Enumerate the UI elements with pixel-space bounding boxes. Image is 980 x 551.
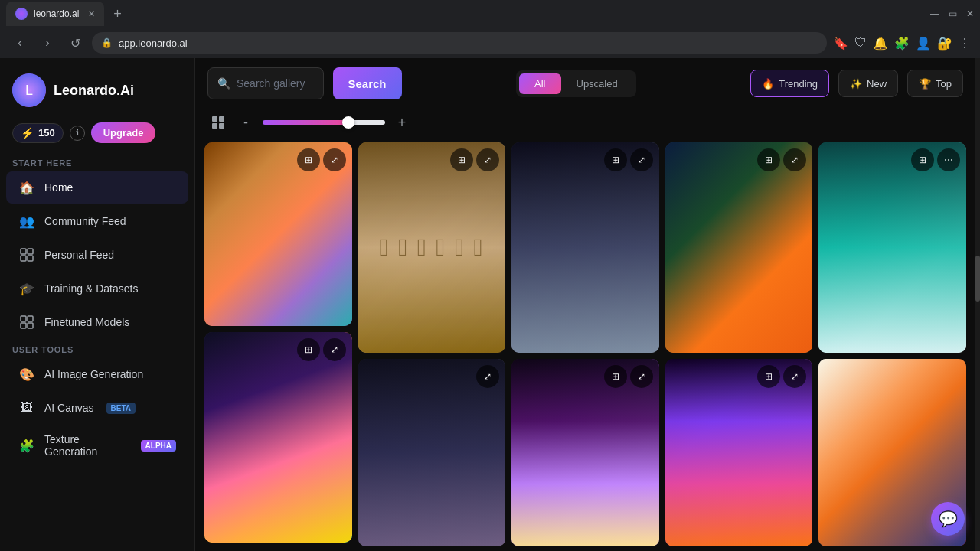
new-button[interactable]: ✨ New xyxy=(838,70,898,97)
reload-button[interactable]: ↺ xyxy=(64,32,86,54)
expand-button[interactable]: ⤢ xyxy=(476,365,499,388)
scrollbar-thumb[interactable] xyxy=(975,256,980,302)
close-window-button[interactable]: ✕ xyxy=(966,8,974,19)
back-button[interactable]: ‹ xyxy=(9,32,31,54)
sidebar: L Leonardo.Ai ⚡ 150 ℹ Upgrade Start Here… xyxy=(0,58,195,551)
remix-button[interactable]: ⊞ xyxy=(297,338,320,361)
svg-rect-13 xyxy=(219,123,224,129)
sidebar-item-label: Personal Feed xyxy=(44,249,114,261)
trending-button[interactable]: 🔥 Trending xyxy=(750,70,829,97)
scrollbar[interactable] xyxy=(975,58,980,551)
tab-favicon xyxy=(15,8,28,20)
expand-button[interactable]: ⤢ xyxy=(323,338,346,361)
extensions-icon[interactable]: 🧩 xyxy=(894,36,910,51)
filter-tab-all[interactable]: All xyxy=(519,73,560,94)
home-icon: 🏠 xyxy=(18,179,35,196)
remix-button[interactable]: ⊞ xyxy=(604,148,627,171)
expand-button[interactable]: ⤢ xyxy=(630,365,653,388)
start-here-label: Start Here xyxy=(0,152,194,171)
sidebar-item-label: AI Image Generation xyxy=(44,368,143,380)
menu-icon[interactable]: ⋮ xyxy=(959,36,971,51)
expand-button[interactable]: ⤢ xyxy=(783,365,806,388)
image-card-pink-girl[interactable]: ⊞ ⤢ xyxy=(511,359,659,546)
top-button[interactable]: 🏆 Top xyxy=(907,70,963,97)
filter-tab-upscaled[interactable]: Upscaled xyxy=(561,73,633,94)
sidebar-item-ai-image-generation[interactable]: 🎨 AI Image Generation xyxy=(6,358,188,390)
image-column-1: ⊞ ⤢ ⊞ ⤢ xyxy=(204,142,352,543)
zoom-out-button[interactable]: - xyxy=(235,112,256,133)
active-tab[interactable]: leonardo.ai × xyxy=(6,2,104,26)
user-tools-label: User Tools xyxy=(0,339,194,357)
chat-bubble-button[interactable]: 💬 xyxy=(931,502,965,536)
vpn-icon[interactable]: 🔐 xyxy=(937,36,952,51)
expand-button[interactable]: ⤢ xyxy=(476,148,499,171)
bookmark-icon[interactable]: 🔖 xyxy=(833,36,848,51)
svg-rect-9 xyxy=(28,323,33,328)
zoom-in-button[interactable]: + xyxy=(391,112,413,133)
card-overlay-colorful-girl: ⊞ ⤢ xyxy=(757,365,806,388)
remix-button[interactable]: ⊞ xyxy=(757,365,780,388)
image-column-5: ⊞ ⋯ xyxy=(818,142,966,546)
sidebar-item-texture-generation[interactable]: 🧩 Texture Generation ALPHA xyxy=(6,425,188,465)
forward-button[interactable]: › xyxy=(37,32,58,54)
remix-button[interactable]: ⊞ xyxy=(757,148,780,171)
image-card-anime-girl[interactable]: ⊞ ⤢ xyxy=(204,332,352,543)
app-layout: L Leonardo.Ai ⚡ 150 ℹ Upgrade Start Here… xyxy=(0,58,980,551)
ai-canvas-icon: 🖼 xyxy=(18,399,35,416)
expand-button[interactable]: ⤢ xyxy=(630,148,653,171)
sidebar-item-label: Community Feed xyxy=(44,215,126,227)
window-controls: ― ▭ ✕ xyxy=(930,8,974,19)
svg-rect-5 xyxy=(28,256,33,261)
new-tab-button[interactable]: + xyxy=(107,3,129,24)
new-label: New xyxy=(867,78,887,90)
alert-icon: 🔔 xyxy=(873,36,888,51)
main-content: 🔍 Search gallery Search All Upscaled 🔥 T… xyxy=(195,58,975,551)
sidebar-item-community-feed[interactable]: 👥 Community Feed xyxy=(6,205,188,237)
sidebar-item-label: Texture Generation xyxy=(44,433,129,458)
models-icon xyxy=(18,314,35,331)
minimize-button[interactable]: ― xyxy=(930,8,939,19)
community-icon: 👥 xyxy=(18,213,35,230)
sidebar-item-finetuned-models[interactable]: Finetuned Models xyxy=(6,306,188,338)
sidebar-item-home[interactable]: 🏠 Home xyxy=(6,171,188,204)
image-card-colorful-girl[interactable]: ⊞ ⤢ xyxy=(665,359,813,546)
remix-button[interactable]: ⊞ xyxy=(911,148,934,171)
remix-button[interactable]: ⊞ xyxy=(604,365,627,388)
image-card-koala[interactable]: ⊞ ⋯ xyxy=(818,142,966,353)
remix-button[interactable]: ⊞ xyxy=(450,148,473,171)
token-icon: ⚡ xyxy=(21,127,34,139)
search-box[interactable]: 🔍 Search gallery xyxy=(207,67,324,99)
image-card-lion[interactable]: ⊞ ⤢ xyxy=(204,142,352,326)
search-button[interactable]: Search xyxy=(333,67,402,99)
maximize-button[interactable]: ▭ xyxy=(949,8,957,19)
options-button[interactable]: ⋯ xyxy=(937,148,960,171)
expand-button[interactable]: ⤢ xyxy=(323,148,346,171)
sidebar-item-label: Finetuned Models xyxy=(44,316,129,328)
card-overlay-hieroglyphs: ⊞ ⤢ xyxy=(450,148,499,171)
svg-rect-11 xyxy=(219,116,224,122)
token-number: 150 xyxy=(38,127,55,139)
url-bar[interactable]: 🔒 app.leonardo.ai xyxy=(92,32,827,54)
sidebar-item-personal-feed[interactable]: Personal Feed xyxy=(6,239,188,271)
sidebar-item-ai-canvas[interactable]: 🖼 AI Canvas BETA xyxy=(6,392,188,424)
expand-button[interactable]: ⤢ xyxy=(783,148,806,171)
remix-button[interactable]: ⊞ xyxy=(297,148,320,171)
grid-layout-button[interactable] xyxy=(207,112,229,133)
sidebar-item-training-datasets[interactable]: 🎓 Training & Datasets xyxy=(6,272,188,305)
tab-close-button[interactable]: × xyxy=(88,8,94,20)
info-button[interactable]: ℹ xyxy=(70,126,85,141)
zoom-handle[interactable] xyxy=(342,116,354,129)
svg-text:L: L xyxy=(25,83,33,98)
svg-rect-6 xyxy=(21,316,26,321)
image-card-warrior[interactable]: ⊞ ⤢ xyxy=(511,142,659,353)
image-columns: ⊞ ⤢ ⊞ ⤢ xyxy=(204,142,966,546)
image-card-warrior2[interactable]: ⤢ xyxy=(358,359,506,546)
upgrade-button[interactable]: Upgrade xyxy=(91,122,156,143)
zoom-slider[interactable] xyxy=(263,120,385,125)
image-card-hieroglyphs[interactable]: 𓀀 𓁿 𓃭 𓅓 𓈖 𓋴 ⊞ ⤢ xyxy=(358,142,506,353)
image-card-flowers[interactable]: ⊞ ⤢ xyxy=(665,142,813,353)
chat-icon: 💬 xyxy=(939,510,958,528)
logo-text: Leonardo.Ai xyxy=(54,83,134,99)
profile-icon[interactable]: 👤 xyxy=(916,36,931,51)
image-column-4: ⊞ ⤢ ⊞ ⤢ xyxy=(665,142,813,546)
